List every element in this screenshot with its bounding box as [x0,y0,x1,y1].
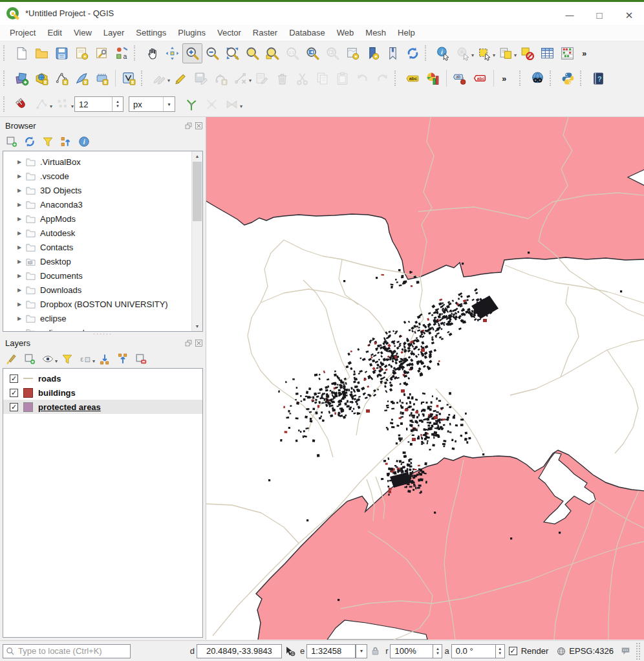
browser-item-dropbox-boston-university-[interactable]: ▶Dropbox (BOSTON UNIVERSITY) [3,297,202,311]
select-features-button[interactable] [475,43,495,63]
new-shapefile-layer-button[interactable] [52,69,72,89]
zoom-to-selection-button[interactable] [242,43,263,63]
manage-map-themes-dropdown[interactable]: ▾ [55,358,58,364]
expand-arrow-icon[interactable]: ▶ [17,244,25,250]
project-save-button[interactable] [52,43,72,63]
deselect-features-button[interactable] [517,43,537,63]
close-button[interactable]: ✕ [614,4,644,27]
collapse-all-layers-button[interactable] [114,351,132,368]
magnifier-spin-arrows[interactable]: ▲▼ [433,644,442,658]
layer-labeling-options-button[interactable]: abc [403,69,423,89]
close-panel-icon[interactable] [195,122,203,130]
metasearch-button[interactable] [528,69,548,89]
browser-item-downloads[interactable]: ▶Downloads [3,283,202,297]
menu-item-plugins[interactable]: Plugins [172,26,211,39]
browser-item-3d-objects[interactable]: ▶3D Objects [3,183,202,197]
scrollbar-thumb[interactable] [193,162,202,221]
expand-arrow-icon[interactable]: ▶ [17,301,25,307]
filter-legend-button[interactable] [58,351,76,368]
open-layer-styling-button[interactable] [3,351,21,368]
map-canvas[interactable] [206,117,644,640]
menu-item-help[interactable]: Help [392,26,421,39]
scale-combo[interactable]: 1:32458 [306,644,356,658]
help-contents-button[interactable]: ? [588,69,608,89]
render-checkbox-box[interactable]: ✓ [509,647,517,655]
browser-item-contacts[interactable]: ▶Contacts [3,240,202,254]
zoom-in-button[interactable] [182,43,202,63]
tolerance-spin-arrows[interactable]: ▲▼ [112,97,123,111]
new-spatialite-layer-button[interactable] [72,69,92,89]
float-panel-icon[interactable] [184,122,193,130]
remove-layer-button[interactable] [132,351,150,368]
project-new-button[interactable] [12,43,32,63]
new-temporary-scratch-layer-button[interactable] [92,69,112,89]
python-console-button[interactable] [558,69,578,89]
zoom-to-layer-button[interactable] [263,43,283,63]
scale-combo-dropdown[interactable]: ▾ [356,644,367,658]
menu-item-database[interactable]: Database [283,26,331,39]
show-layout-manager-button[interactable] [92,43,112,63]
enable-snapping-button[interactable] [12,94,32,114]
menu-item-settings[interactable]: Settings [130,26,172,39]
browser-properties-button[interactable]: i [75,133,93,151]
zoom-full-extent-button[interactable] [222,43,242,63]
collapse-all-browser-button[interactable] [57,133,75,151]
minimize-button[interactable]: — [555,4,585,27]
render-checkbox[interactable]: ✓ Render [509,646,549,656]
toolbar-overflow-2-button[interactable]: » [497,69,517,89]
magnifier-spinbox[interactable]: 100% ▲▼ [390,644,442,658]
zoom-out-button[interactable] [202,43,222,63]
close-panel-icon[interactable] [195,339,203,347]
browser-item-appmods[interactable]: ▶AppMods [3,211,202,226]
expand-arrow-icon[interactable]: ▶ [17,330,25,332]
open-attribute-table-button[interactable] [537,43,557,63]
expand-arrow-icon[interactable]: ▶ [17,216,25,222]
lock-scale-icon[interactable] [370,645,381,656]
expand-arrow-icon[interactable]: ▶ [17,202,25,208]
browser-item--virtualbox[interactable]: ▶.VirtualBox [3,155,202,169]
menu-item-view[interactable]: View [68,26,98,39]
expand-arrow-icon[interactable]: ▶ [17,316,25,321]
layer-row-protected-areas[interactable]: ✓protected areas [3,400,202,414]
browser-item-documents[interactable]: ▶Documents [3,268,202,283]
pan-to-selection-button[interactable] [162,43,182,63]
expand-arrow-icon[interactable]: ▶ [17,188,25,193]
rotation-spin-arrows[interactable]: ▲▼ [495,644,505,658]
manage-map-themes-button[interactable] [39,351,57,368]
add-group-button[interactable] [21,351,39,368]
refresh-browser-button[interactable] [21,133,39,151]
add-selected-layers-button[interactable] [3,133,21,151]
resize-grip[interactable] [635,643,641,660]
select-features-dropdown[interactable]: ▾ [493,52,495,58]
maximize-button[interactable]: □ [585,4,614,27]
show-spatial-bookmarks-button[interactable] [383,43,403,63]
locate-input[interactable]: Type to locate (Ctrl+K) [3,644,131,658]
expand-arrow-icon[interactable]: ▶ [17,287,25,293]
select-by-value-button[interactable] [496,43,516,63]
identify-features-button[interactable]: i [433,43,453,63]
layer-visibility-checkbox[interactable]: ✓ [10,374,18,383]
filter-browser-button[interactable] [39,133,57,151]
filter-by-expression-button[interactable]: ε [76,351,94,368]
browser-item-eclipse[interactable]: ▶eclipse [3,311,202,325]
new-map-view-button[interactable] [343,43,363,63]
select-by-value-dropdown[interactable]: ▾ [514,52,517,58]
messages-icon[interactable] [620,645,631,656]
menu-item-web[interactable]: Web [331,26,360,39]
new-spatial-bookmark-button[interactable] [363,43,383,63]
style-manager-button[interactable]: a [112,43,132,63]
refresh-map-button[interactable] [403,43,423,63]
menu-item-mesh[interactable]: Mesh [360,26,392,39]
layer-diagram-options-button[interactable] [423,69,443,89]
snapping-units-combo[interactable]: px▾ [129,96,175,112]
browser-item-desktop[interactable]: ▶Desktop [3,254,202,268]
extent-toggle-icon[interactable] [284,645,295,656]
expand-arrow-icon[interactable]: ▶ [17,230,25,236]
menu-item-vector[interactable]: Vector [211,26,247,39]
layer-visibility-checkbox[interactable]: ✓ [10,403,18,411]
expand-all-layers-button[interactable] [96,351,114,368]
browser-item-anaconda3[interactable]: ▶Anaconda3 [3,197,202,211]
expand-arrow-icon[interactable]: ▶ [17,273,25,279]
snapping-tolerance-spinbox[interactable]: 12▲▼ [74,96,123,112]
statistical-summary-button[interactable] [557,43,577,63]
